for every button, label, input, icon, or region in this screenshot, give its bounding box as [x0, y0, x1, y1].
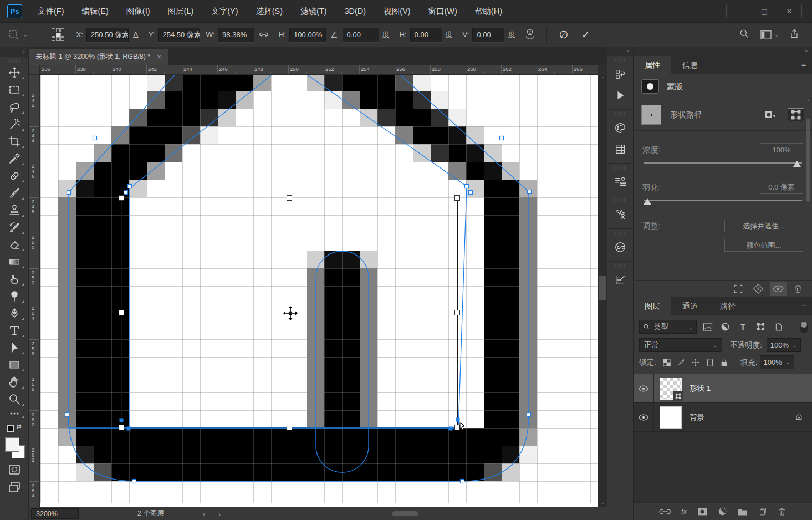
- link-dimensions-icon[interactable]: [259, 30, 269, 39]
- menu-3DD[interactable]: 3D(D): [335, 0, 375, 22]
- lock-transparent-pixels-icon[interactable]: [661, 356, 673, 369]
- vertical-scrollbar[interactable]: ⌃ ⌄: [598, 75, 607, 507]
- filter-adjustment-layers-icon[interactable]: [718, 320, 732, 334]
- select-and-mask-button[interactable]: 选择并遮住...: [724, 220, 803, 232]
- delete-mask-trash-icon[interactable]: [790, 282, 806, 296]
- spot-healing-brush-tool[interactable]: [3, 167, 25, 184]
- filter-shape-layers-icon[interactable]: [754, 320, 768, 334]
- horizontal-ruler[interactable]: 2362382402422442462482502522542562582602…: [40, 65, 598, 75]
- density-slider-thumb[interactable]: [793, 161, 801, 167]
- menu-E[interactable]: 编辑(E): [73, 0, 118, 22]
- menu-F[interactable]: 文件(F): [29, 0, 73, 22]
- properties-panel-menu-icon[interactable]: ≡: [795, 56, 812, 74]
- menu-H[interactable]: 帮助(H): [466, 0, 511, 22]
- v-skew-field[interactable]: 0.00: [472, 28, 504, 42]
- vertical-scroll-thumb[interactable]: [599, 276, 606, 300]
- move-tool[interactable]: [3, 64, 25, 81]
- color-panel-icon[interactable]: [609, 118, 631, 139]
- interpolation-icon[interactable]: [524, 28, 536, 42]
- menu-L[interactable]: 图层(L): [159, 0, 203, 22]
- filter-pixel-layers-icon[interactable]: [701, 320, 714, 334]
- magic-wand-tool[interactable]: [3, 115, 25, 132]
- workspace-switcher-icon[interactable]: ⌄: [760, 30, 779, 40]
- hand-tool[interactable]: [3, 373, 25, 390]
- scroll-left-icon[interactable]: ‹: [218, 510, 221, 518]
- layer-thumbnail-background[interactable]: [660, 406, 682, 429]
- lock-all-icon[interactable]: [718, 356, 731, 369]
- libraries-panel-icon[interactable]: [609, 237, 631, 258]
- layer-filter-type-dropdown[interactable]: 类型 ⌄: [639, 320, 697, 334]
- add-layer-mask-icon[interactable]: [762, 108, 779, 121]
- new-group-folder-icon[interactable]: [737, 507, 748, 516]
- horizontal-scrollbar[interactable]: [226, 511, 607, 517]
- history-panel-icon[interactable]: [609, 64, 631, 85]
- lasso-tool[interactable]: [3, 98, 25, 115]
- rotation-field[interactable]: 0.00: [343, 28, 379, 42]
- crop-tool[interactable]: [3, 132, 25, 150]
- fill-field[interactable]: 100% ⌄: [760, 355, 794, 369]
- layer-visibility-eye-icon[interactable]: [634, 374, 654, 402]
- lock-image-pixels-icon[interactable]: [675, 356, 687, 369]
- menu-W[interactable]: 窗口(W): [420, 0, 466, 22]
- foreground-color-swatch[interactable]: [5, 437, 19, 452]
- adjustment-layer-icon[interactable]: [718, 507, 727, 516]
- new-layer-icon[interactable]: [758, 507, 768, 516]
- opacity-field[interactable]: 100% ⌄: [767, 338, 801, 352]
- tab-layers[interactable]: 图层: [634, 297, 671, 315]
- commit-transform-icon[interactable]: ✓: [581, 28, 590, 41]
- y-position-field[interactable]: 254.50 像素: [158, 28, 200, 42]
- rectangle-shape-tool[interactable]: [3, 356, 25, 373]
- feather-slider-thumb[interactable]: [644, 198, 651, 205]
- lock-artboard-icon[interactable]: [704, 356, 716, 369]
- layer-thumbnail-shape1[interactable]: [660, 378, 682, 400]
- tool-presets-panel-icon[interactable]: [609, 204, 631, 225]
- actions-panel-icon[interactable]: [609, 85, 631, 106]
- link-layers-icon[interactable]: [659, 508, 671, 516]
- tab-paths[interactable]: 路径: [709, 297, 747, 315]
- color-range-button[interactable]: 颜色范围...: [724, 239, 803, 252]
- menu-Y[interactable]: 文字(Y): [202, 0, 247, 22]
- panels-collapse-icon[interactable]: »: [634, 47, 812, 56]
- menu-T[interactable]: 滤镜(T): [292, 0, 336, 22]
- layer-name[interactable]: 形状 1: [690, 384, 711, 394]
- density-slider[interactable]: [644, 161, 802, 169]
- document-tab[interactable]: 未标题-1 @ 3200% (形状 1, RGB/8) * ×: [29, 49, 168, 65]
- layer-row-background[interactable]: 背景: [634, 403, 812, 432]
- filter-smart-objects-icon[interactable]: [772, 320, 785, 334]
- height-field[interactable]: 100.00%: [289, 28, 326, 42]
- swap-colors-icon[interactable]: ⇄: [7, 423, 22, 435]
- ruler-origin-corner[interactable]: [29, 65, 40, 75]
- path-selection-tool[interactable]: [3, 339, 25, 356]
- tab-properties[interactable]: 属性: [634, 56, 671, 74]
- prop-scroll-up-icon[interactable]: ⌃: [805, 100, 811, 105]
- shape-path-thumbnail[interactable]: [641, 105, 661, 125]
- menu-I[interactable]: 图像(I): [118, 0, 159, 22]
- status-menu-icon[interactable]: ›: [203, 510, 205, 518]
- eyedropper-tool[interactable]: [3, 150, 25, 167]
- properties-scrollbar[interactable]: ⌃ ⌄: [805, 108, 811, 274]
- zoom-tool[interactable]: [3, 390, 25, 407]
- history-brush-tool[interactable]: [3, 218, 25, 236]
- foreground-background-colors[interactable]: [4, 437, 25, 458]
- toolbar-grip[interactable]: ||||||||: [7, 58, 21, 63]
- search-icon[interactable]: [739, 28, 750, 41]
- maximize-button[interactable]: ▢: [752, 4, 777, 18]
- layers-panel-menu-icon[interactable]: ≡: [795, 297, 812, 315]
- apply-mask-icon[interactable]: [750, 282, 767, 296]
- layer-visibility-eye-icon[interactable]: [634, 403, 654, 431]
- layer-row-shape1[interactable]: 形状 1: [634, 374, 812, 403]
- tool-preset-chevron-icon[interactable]: ⌄: [23, 32, 28, 38]
- screen-mode-button[interactable]: [3, 478, 25, 495]
- menu-S[interactable]: 选择(S): [247, 0, 292, 22]
- horizontal-scroll-thumb[interactable]: [392, 511, 418, 516]
- clone-stamp-tool[interactable]: [3, 201, 25, 218]
- minimize-button[interactable]: —: [727, 4, 752, 18]
- toolbar-collapse-icon[interactable]: »: [0, 47, 28, 57]
- width-field[interactable]: 98.38%: [218, 28, 254, 42]
- brush-tool[interactable]: [3, 184, 25, 201]
- feather-value-field[interactable]: 0.0 像素: [760, 181, 803, 194]
- swatches-panel-icon[interactable]: [609, 139, 631, 160]
- document-canvas[interactable]: [40, 75, 598, 503]
- layer-style-fx-icon[interactable]: fx: [681, 507, 687, 516]
- measurement-log-panel-icon[interactable]: [609, 269, 631, 290]
